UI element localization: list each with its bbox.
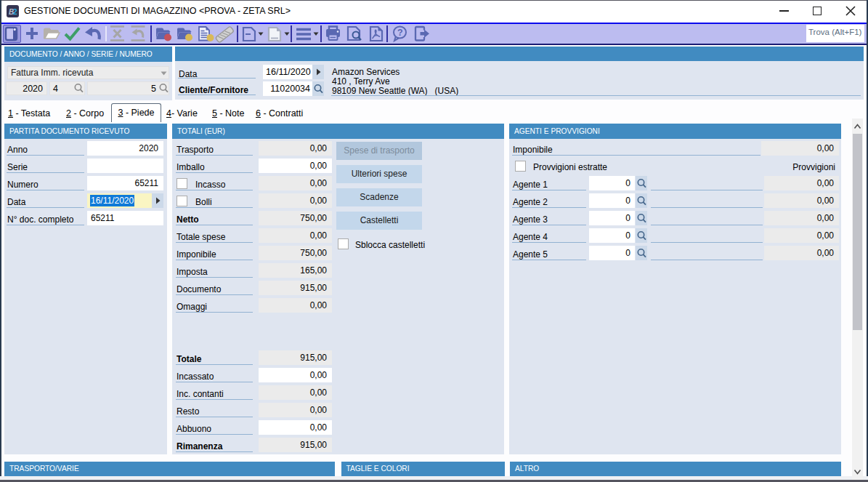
svg-text:2: 2 — [13, 7, 17, 16]
svg-text:?: ? — [397, 28, 403, 38]
